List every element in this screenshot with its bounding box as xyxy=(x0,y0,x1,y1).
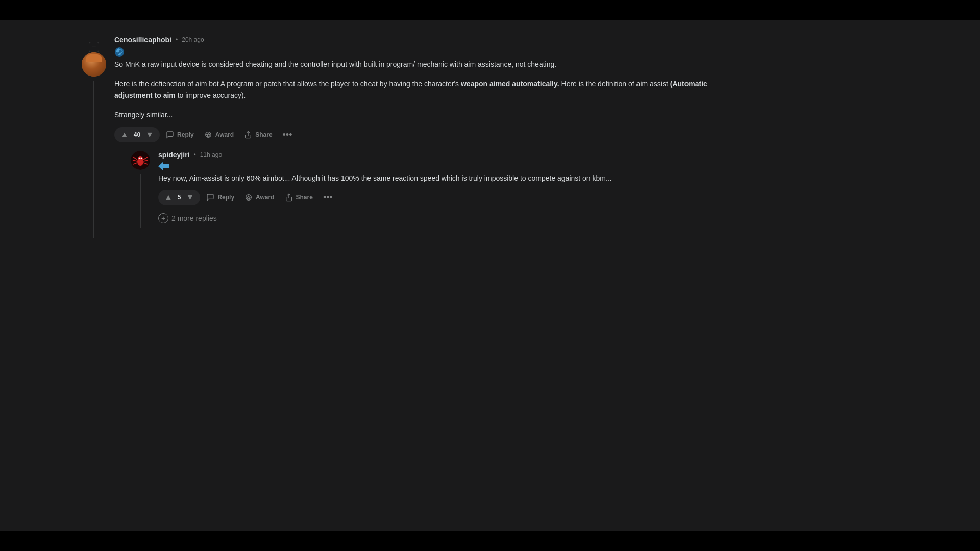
upvote-button[interactable]: ▲ xyxy=(118,129,131,140)
collapse-button[interactable]: − xyxy=(89,42,99,52)
more-replies-button[interactable]: + 2 more replies xyxy=(158,209,980,228)
top-bar xyxy=(0,0,980,20)
reply-downvote-button[interactable]: ▼ xyxy=(184,192,197,203)
vote-count: 40 xyxy=(132,131,142,138)
timestamp: 20h ago xyxy=(182,36,204,43)
share-button[interactable]: Share xyxy=(240,128,276,142)
action-bar: ▲ 40 ▼ Reply xyxy=(114,127,980,142)
award-icon xyxy=(204,131,212,139)
bottom-bar xyxy=(0,531,980,551)
svg-point-5 xyxy=(138,156,143,161)
reply-text: Hey now, Aim-assist is only 60% aimbot..… xyxy=(158,172,771,184)
reply-reply-icon xyxy=(206,193,214,202)
paragraph-1: So MnK a raw input device is considered … xyxy=(114,59,727,70)
main-comment: − Cenosillicaphobi • 20h ago xyxy=(82,36,980,238)
content-area: − Cenosillicaphobi • 20h ago xyxy=(0,20,980,531)
upvote-icon: ▲ xyxy=(120,130,129,139)
thread-line xyxy=(93,81,94,238)
reply-comment: spideyjiri • 11h ago He xyxy=(131,151,980,228)
bold-text-1: weapon aimed automatically. xyxy=(461,80,559,88)
reply-more-button[interactable]: ••• xyxy=(319,190,337,205)
username[interactable]: Cenosillicaphobi xyxy=(114,36,172,44)
svg-point-12 xyxy=(139,157,140,159)
reply-paragraph: Hey now, Aim-assist is only 60% aimbot..… xyxy=(158,172,771,184)
comment-body: Cenosillicaphobi • 20h ago So MnK a raw … xyxy=(114,36,980,238)
separator: • xyxy=(176,36,178,43)
comment-header: Cenosillicaphobi • 20h ago xyxy=(114,36,980,44)
reply-vote-area: ▲ 5 ▼ xyxy=(158,190,200,205)
reply-upvote-icon: ▲ xyxy=(164,193,173,202)
comment-text: So MnK a raw input device is considered … xyxy=(114,59,727,121)
paragraph-2: Here is the defienction of aim bot A pro… xyxy=(114,78,727,101)
reply-avatar-column xyxy=(131,151,150,228)
paragraph-3: Strangely similar... xyxy=(114,109,727,120)
more-icon: ••• xyxy=(283,130,292,139)
downvote-button[interactable]: ▼ xyxy=(143,129,156,140)
more-replies-label: 2 more replies xyxy=(172,214,217,222)
reply-avatar-icon xyxy=(131,151,150,170)
more-options-button[interactable]: ••• xyxy=(279,127,297,142)
svg-marker-14 xyxy=(158,162,169,171)
reply-icon xyxy=(166,131,174,139)
blue-arrow-icon xyxy=(158,162,169,171)
avatar-image xyxy=(82,52,106,77)
reply-action-bar: ▲ 5 ▼ xyxy=(158,190,980,205)
reply-award-button[interactable]: Award xyxy=(240,190,278,205)
page-wrapper: − Cenosillicaphobi • 20h ago xyxy=(0,0,980,551)
flair-icon xyxy=(114,47,125,57)
reply-upvote-button[interactable]: ▲ xyxy=(162,192,175,203)
reply-flair xyxy=(158,162,980,172)
downvote-icon: ▼ xyxy=(145,130,154,139)
reply-body: spideyjiri • 11h ago He xyxy=(158,151,980,228)
share-icon xyxy=(244,131,252,139)
avatar xyxy=(82,52,106,77)
reply-header: spideyjiri • 11h ago xyxy=(158,151,980,159)
svg-point-13 xyxy=(141,157,142,159)
reply-share-button[interactable]: Share xyxy=(281,190,317,205)
reply-reply-button[interactable]: Reply xyxy=(202,190,238,205)
reply-separator: • xyxy=(193,151,195,158)
reply-avatar xyxy=(131,151,150,170)
avatar-column: − xyxy=(82,36,106,238)
reply-thread-line xyxy=(140,174,141,228)
vote-area: ▲ 40 ▼ xyxy=(114,127,160,142)
award-button[interactable]: Award xyxy=(200,128,238,142)
reply-username[interactable]: spideyjiri xyxy=(158,151,189,159)
more-replies-icon: + xyxy=(158,213,168,223)
reply-section: spideyjiri • 11h ago He xyxy=(114,151,980,228)
reply-downvote-icon: ▼ xyxy=(186,193,194,202)
steam-icon xyxy=(114,47,125,57)
reply-award-icon xyxy=(244,193,253,202)
reply-share-icon xyxy=(285,193,293,202)
reply-more-icon: ••• xyxy=(323,193,333,202)
reply-button[interactable]: Reply xyxy=(162,128,198,142)
reply-timestamp: 11h ago xyxy=(200,151,222,158)
reply-vote-count: 5 xyxy=(176,194,183,201)
bold-text-2: (Automatic adjustment to aim xyxy=(114,80,707,99)
